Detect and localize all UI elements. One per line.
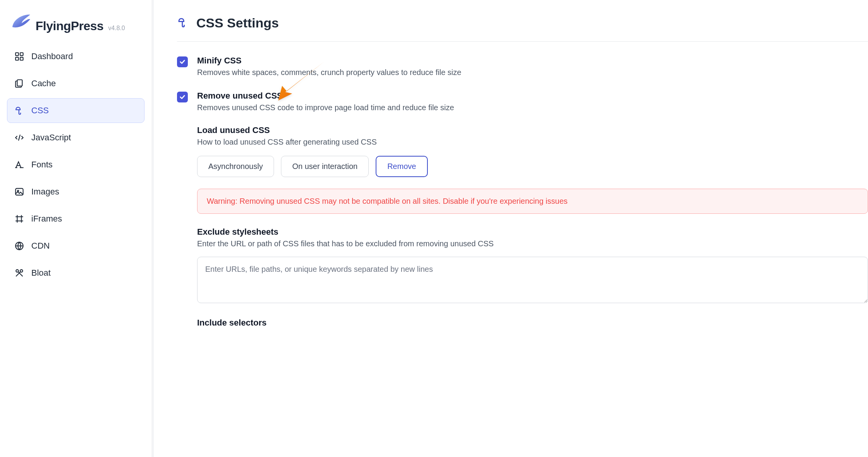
minify-css-checkbox[interactable] [177,56,188,67]
cache-icon [14,78,24,89]
sidebar-nav: Dashboard Cache CSS JavaScript Fonts [7,44,145,285]
iframes-icon [14,214,24,224]
include-selectors-section: Include selectors [197,318,868,328]
brand-name: FlyingPress [36,19,104,33]
sidebar-item-cache[interactable]: Cache [7,71,145,96]
sub-title: Include selectors [197,318,868,328]
svg-rect-4 [17,80,22,86]
exclude-stylesheets-section: Exclude stylesheets Enter the URL or pat… [197,227,868,305]
sub-desc: How to load unused CSS after generating … [197,138,868,147]
sub-title: Load unused CSS [197,125,868,135]
sidebar-item-javascript[interactable]: JavaScript [7,125,145,150]
css-icon [177,17,189,30]
brand-logo-icon [10,12,31,30]
brand-version: v4.8.0 [108,25,125,32]
sidebar-item-css[interactable]: CSS [7,98,145,123]
option-asynchronously[interactable]: Asynchronously [197,156,274,177]
sidebar-item-label: JavaScript [31,133,71,143]
option-remove[interactable]: Remove [376,156,427,177]
brand-logo: FlyingPress v4.8.0 [7,12,145,44]
dashboard-icon [14,51,24,61]
sidebar-item-label: Cache [31,78,56,89]
load-unused-radio-group: Asynchronously On user interaction Remov… [197,156,868,177]
main-content: CSS Settings Minify CSS Removes white sp… [154,0,868,457]
setting-desc: Removes unused CSS code to improve page … [197,103,868,112]
setting-minify-css: Minify CSS Removes white spaces, comment… [177,56,868,77]
warning-message: Warning: Removing unused CSS may not be … [197,189,868,214]
setting-title: Minify CSS [197,56,868,66]
svg-rect-3 [20,57,23,60]
sub-title: Exclude stylesheets [197,227,868,237]
page-title: CSS Settings [196,15,279,31]
images-icon [14,187,24,197]
remove-unused-css-checkbox[interactable] [177,92,188,102]
sidebar-item-images[interactable]: Images [7,179,145,204]
sidebar: FlyingPress v4.8.0 Dashboard Cache CSS [0,0,154,457]
svg-rect-0 [15,53,19,56]
sidebar-item-label: Fonts [31,160,53,170]
sidebar-item-iframes[interactable]: iFrames [7,206,145,231]
setting-remove-unused-css: Remove unused CSS Removes unused CSS cod… [177,91,868,112]
css-icon [14,106,24,116]
setting-desc: Removes white spaces, comments, crunch p… [197,68,868,77]
sidebar-item-dashboard[interactable]: Dashboard [7,44,145,69]
sidebar-item-label: iFrames [31,214,62,224]
fonts-icon [14,160,24,170]
javascript-icon [14,133,24,143]
exclude-stylesheets-input[interactable] [197,257,868,303]
sidebar-item-bloat[interactable]: Bloat [7,261,145,285]
option-on-user-interaction[interactable]: On user interaction [281,156,369,177]
svg-rect-1 [20,53,23,56]
bloat-icon [14,268,24,278]
cdn-icon [14,241,24,251]
load-unused-css-section: Load unused CSS How to load unused CSS a… [197,125,868,214]
sidebar-item-label: Bloat [31,268,51,278]
sidebar-item-fonts[interactable]: Fonts [7,152,145,177]
sidebar-item-label: Images [31,187,59,197]
annotation-arrow-icon [154,89,155,137]
svg-rect-2 [15,57,19,60]
setting-title: Remove unused CSS [197,91,868,101]
sidebar-item-label: Dashboard [31,51,73,61]
sidebar-item-label: CDN [31,241,50,251]
sidebar-item-cdn[interactable]: CDN [7,234,145,258]
sub-desc: Enter the URL or path of CSS files that … [197,239,868,248]
page-heading: CSS Settings [177,15,868,42]
sidebar-item-label: CSS [31,106,49,116]
